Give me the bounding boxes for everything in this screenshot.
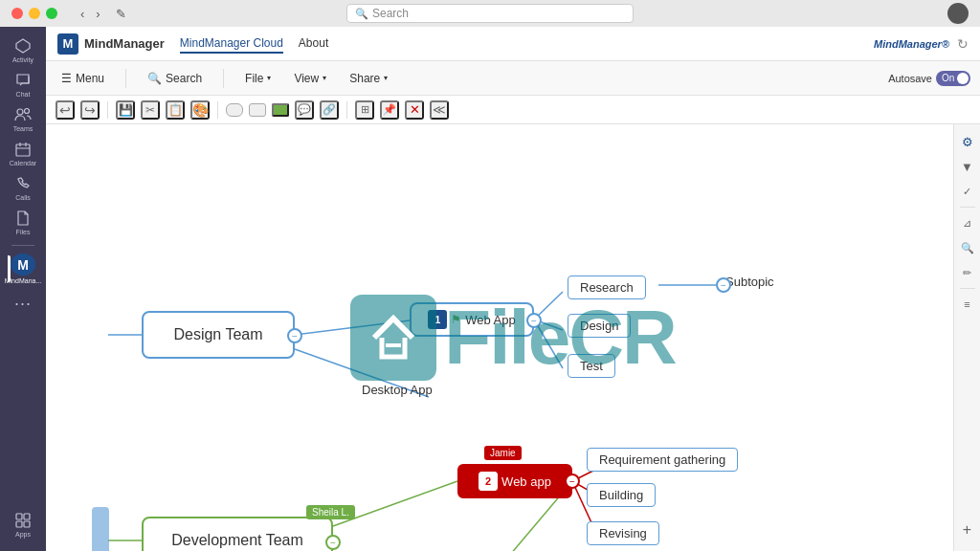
lines-icon[interactable]: ≡	[958, 295, 977, 314]
more-icon: ···	[14, 295, 32, 312]
settings-icon[interactable]: ⚙	[958, 132, 977, 151]
maximize-button[interactable]	[46, 8, 57, 19]
grid-button[interactable]: ⊞	[355, 100, 374, 120]
revising-node[interactable]: Revising	[587, 521, 659, 545]
add-icon[interactable]: +	[958, 520, 977, 540]
toolbar-separator-1	[125, 69, 126, 88]
shape1-button[interactable]	[226, 103, 243, 117]
req-gathering-label: Requirement gathering	[599, 452, 725, 467]
building-node[interactable]: Building	[587, 483, 656, 507]
files-icon	[14, 209, 32, 227]
share-button[interactable]: Share ▾	[344, 69, 393, 88]
share-chevron: ▾	[384, 74, 388, 82]
subtopic-label: Subtopic	[725, 275, 774, 289]
comment-button[interactable]: 💬	[295, 100, 314, 120]
webapp2-node[interactable]: 2 Web app	[457, 464, 572, 498]
sidebar-item-chat[interactable]: Chat	[8, 69, 38, 99]
sidebar-item-calendar[interactable]: Calendar	[8, 138, 38, 168]
search-box[interactable]: 🔍 Search	[346, 4, 634, 23]
dev-team-node[interactable]: Development Team	[142, 517, 333, 551]
search-rp-icon[interactable]: 🔍	[958, 238, 977, 257]
design-team-node[interactable]: Design Team	[142, 311, 295, 359]
delete-button[interactable]: ✕	[405, 100, 424, 120]
menu-button[interactable]: ☰ Menu	[56, 69, 110, 88]
activity-icon	[14, 37, 32, 55]
sidebar-item-calls[interactable]: Calls	[8, 172, 38, 203]
cut-button[interactable]: ✂	[141, 100, 160, 120]
svg-line-12	[534, 320, 563, 368]
webapp-connector[interactable]: −	[526, 313, 542, 328]
search-button[interactable]: 🔍 Search	[142, 69, 208, 88]
revising-label: Revising	[599, 526, 647, 540]
pen-icon[interactable]: ✏	[958, 263, 977, 282]
mindmanager-avatar: M	[11, 253, 35, 276]
copy-button[interactable]: 📋	[166, 100, 185, 120]
webapp2-label: Web app	[501, 474, 551, 489]
forward-button[interactable]: ›	[92, 5, 103, 23]
filter-icon[interactable]: ▼	[958, 157, 977, 176]
chat-icon	[14, 72, 32, 89]
sidebar-item-apps[interactable]: Apps	[8, 509, 38, 540]
design-node[interactable]: Design	[568, 314, 631, 338]
search-icon-tb: 🔍	[147, 72, 162, 85]
nav-item-about[interactable]: About	[299, 34, 328, 54]
sidebar-item-mindmanager[interactable]: M MindMana...	[8, 253, 38, 284]
research-connector[interactable]: −	[716, 277, 731, 293]
link-button[interactable]: 🔗	[320, 100, 339, 120]
mindmap-canvas[interactable]: Design Team − 1 ⚑ Web App − Desktop App …	[46, 124, 980, 551]
canvas-area: Design Team − 1 ⚑ Web App − Desktop App …	[46, 124, 980, 551]
sidebar-item-more[interactable]: ···	[8, 288, 38, 319]
hamburger-icon: ☰	[61, 72, 72, 85]
rp-divider-1	[960, 207, 975, 208]
webapp2-connector[interactable]: −	[565, 474, 580, 489]
sheila-label: Sheila L.	[306, 505, 355, 519]
req-gathering-node[interactable]: Requirement gathering	[587, 448, 738, 472]
paint-button[interactable]: 🎨	[190, 100, 210, 120]
subtopic-node[interactable]: Subtopic	[725, 275, 774, 289]
teams-label: Teams	[13, 125, 33, 132]
left-sidebar-element	[92, 507, 109, 551]
check-icon[interactable]: ✓	[958, 182, 977, 201]
save-button[interactable]: 💾	[116, 100, 135, 120]
refresh-icon[interactable]: ↻	[957, 36, 969, 52]
search-label: Search	[372, 7, 409, 20]
redo-button[interactable]: ↪	[80, 100, 100, 120]
toggle-knob	[957, 73, 969, 84]
pin-button[interactable]: 📌	[380, 100, 399, 120]
view-button[interactable]: View ▾	[288, 69, 332, 88]
minimize-button[interactable]	[29, 8, 40, 19]
toggle-on-label: On	[942, 73, 954, 83]
undo-button[interactable]: ↩	[56, 100, 75, 120]
desktop-app-node[interactable]: Desktop App	[362, 383, 433, 397]
toolbar-separator-2	[223, 69, 224, 88]
files-label: Files	[16, 229, 31, 235]
test-node[interactable]: Test	[568, 354, 615, 378]
close-button[interactable]	[11, 8, 23, 19]
active-indicator	[8, 255, 11, 282]
profile-avatar[interactable]	[947, 3, 969, 24]
sidebar-item-files[interactable]: Files	[8, 207, 38, 237]
file-button[interactable]: File ▾	[239, 69, 277, 88]
autosave-toggle[interactable]: On	[936, 71, 970, 86]
design-team-connector[interactable]: −	[287, 328, 302, 343]
dev-team-label: Development Team	[171, 532, 303, 549]
webapp-node[interactable]: 1 ⚑ Web App	[410, 302, 534, 337]
back-button[interactable]: ‹	[77, 5, 88, 23]
autosave-group: Autosave On	[888, 71, 970, 86]
search-icon: 🔍	[355, 8, 368, 20]
sidebar-item-activity[interactable]: Activity	[8, 34, 38, 65]
bookmark-icon[interactable]: ⊿	[958, 213, 977, 232]
sidebar-item-teams[interactable]: Teams	[8, 103, 38, 134]
calls-label: Calls	[15, 194, 31, 201]
nav-item-cloud[interactable]: MindManager Cloud	[180, 34, 283, 54]
green-box-button[interactable]	[272, 103, 289, 117]
menu-label: Menu	[76, 72, 104, 85]
research-node[interactable]: Research	[568, 276, 646, 299]
apps-icon	[14, 512, 32, 529]
share-icon-button[interactable]: ≪	[430, 100, 449, 120]
teams-sidebar: Activity Chat Teams Calendar Calls Files…	[0, 27, 46, 551]
nav-arrows[interactable]: ‹ ›	[77, 5, 104, 23]
dev-team-connector[interactable]: −	[325, 535, 341, 550]
app-logo: M MindManager	[57, 33, 165, 55]
shape2-button[interactable]	[249, 103, 266, 117]
